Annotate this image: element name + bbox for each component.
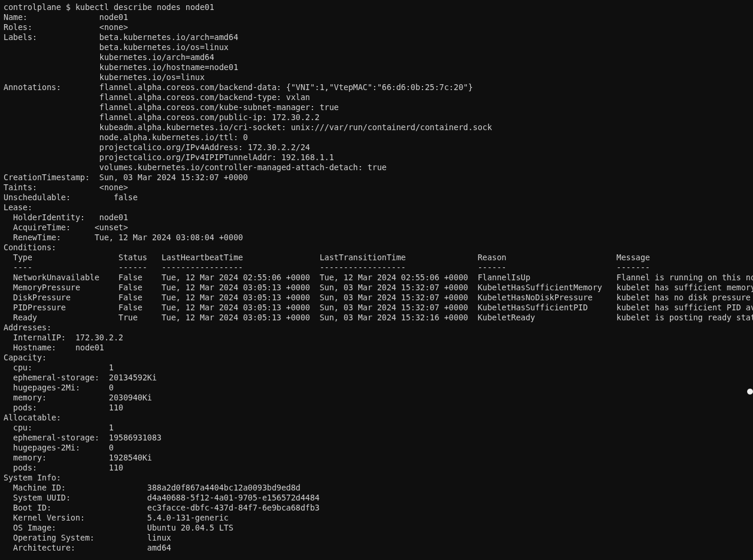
scrollbar-thumb[interactable]: [747, 389, 753, 395]
terminal-output[interactable]: controlplane $ kubectl describe nodes no…: [0, 0, 753, 560]
